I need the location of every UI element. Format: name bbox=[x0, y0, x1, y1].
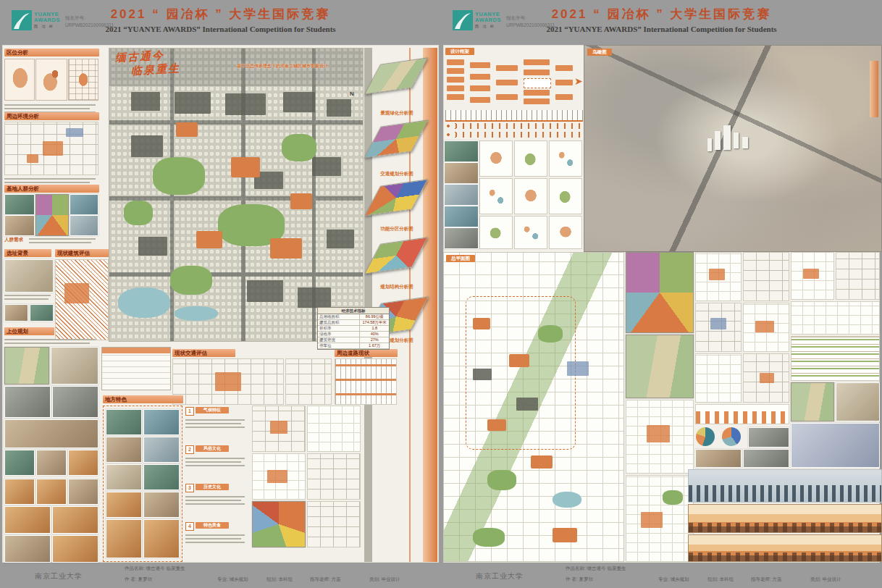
analysis-map-thumb bbox=[743, 353, 789, 403]
flow-box bbox=[496, 65, 518, 71]
flow-box-dashed bbox=[524, 78, 551, 88]
aerial-perspective-render: 鸟瞰图 bbox=[584, 45, 882, 252]
plan-block-blue bbox=[567, 361, 589, 376]
map-highlight bbox=[27, 154, 38, 163]
water-body bbox=[118, 287, 170, 318]
plan-water bbox=[553, 492, 581, 508]
flow-box bbox=[555, 65, 573, 71]
aerial-photo bbox=[4, 386, 51, 418]
building-block bbox=[247, 280, 283, 302]
competition-poster-board: YUANYE AWARDS 园 冶 杯 报名序号: URPWB202100006… bbox=[0, 0, 882, 588]
concept-diagram bbox=[549, 216, 582, 249]
flow-box bbox=[496, 94, 518, 100]
table-row: 停车位1.67万 bbox=[318, 343, 389, 349]
location-caption-lines bbox=[4, 102, 97, 113]
context-photo bbox=[695, 449, 742, 468]
plan-green bbox=[487, 470, 516, 490]
section-header-roads: 周边道路现状 bbox=[335, 349, 398, 357]
building-block bbox=[138, 237, 167, 256]
historic-block bbox=[176, 122, 198, 137]
park-green bbox=[282, 134, 316, 161]
province-location-map bbox=[35, 59, 67, 101]
building-quality-figure-ground bbox=[55, 259, 109, 340]
feature-text-lines bbox=[185, 455, 246, 466]
render-tower bbox=[742, 137, 748, 148]
sunset-render-strip bbox=[688, 534, 882, 562]
table-row: 绿地率40% bbox=[318, 332, 389, 337]
context-photo bbox=[444, 227, 479, 249]
quality-table-header bbox=[102, 348, 170, 353]
surroundings-map bbox=[4, 122, 98, 175]
analysis-map-thumb bbox=[252, 453, 306, 500]
section-header-surroundings: 周边环境分析 bbox=[4, 112, 99, 120]
china-location-map bbox=[4, 59, 35, 101]
map-highlight bbox=[43, 141, 63, 156]
park-green bbox=[153, 157, 205, 195]
historic-map-image bbox=[4, 259, 54, 293]
map-highlight bbox=[647, 425, 670, 442]
site-photo bbox=[68, 450, 98, 476]
feature-photo bbox=[143, 519, 180, 558]
building-block bbox=[131, 92, 160, 111]
model-render-thumb bbox=[791, 423, 880, 468]
university-name: 南京工业大学 bbox=[476, 571, 524, 581]
framework-flowchart: ➤ bbox=[445, 58, 584, 107]
advisor: 指导老师: 方遥 bbox=[310, 576, 341, 583]
feature-photo bbox=[106, 464, 142, 490]
food-photo bbox=[4, 506, 51, 534]
upper-plan-map bbox=[4, 347, 49, 385]
flow-box bbox=[447, 85, 464, 91]
food-photo bbox=[52, 535, 98, 563]
section-strip-stack bbox=[791, 336, 880, 381]
axon-label: 交通规划分析图 bbox=[362, 171, 432, 177]
needs-text-lines bbox=[29, 236, 97, 243]
plan-block bbox=[553, 528, 577, 542]
axon-label: 规划结构分析图 bbox=[362, 284, 432, 290]
food-photo bbox=[68, 479, 98, 505]
axon-render-thumb bbox=[836, 382, 880, 421]
context-photo bbox=[444, 184, 479, 206]
building-block bbox=[312, 157, 341, 176]
poster-title-cn: 2021 “ 园冶杯 ” 大学生国际竞赛 bbox=[441, 6, 882, 22]
landuse-thumbnail bbox=[35, 194, 69, 236]
feature-photo bbox=[106, 437, 142, 463]
park-green bbox=[170, 266, 212, 295]
analysis-map-thumb bbox=[307, 406, 361, 452]
food-photo bbox=[4, 479, 35, 505]
row-value: 40% bbox=[360, 332, 389, 337]
skyline-render-strip bbox=[688, 469, 882, 503]
flow-box bbox=[524, 59, 550, 65]
building-block bbox=[298, 287, 331, 308]
render-tower bbox=[734, 133, 739, 148]
flow-box bbox=[496, 80, 518, 85]
map-water bbox=[66, 128, 83, 137]
aerial-view-badge: 鸟瞰图 bbox=[587, 49, 612, 56]
feature-number: 4 bbox=[185, 522, 194, 531]
analysis-map-thumb bbox=[695, 353, 742, 403]
row-label: 绿地率 bbox=[318, 332, 360, 337]
project-subtitle-note: 基于活态传承理念下的济南古城区城市更新设计 bbox=[237, 63, 357, 70]
map-highlight bbox=[755, 321, 774, 332]
feature-text-lines bbox=[185, 494, 246, 505]
north-arrow-icon: N bbox=[350, 91, 354, 97]
analysis-map-thumb bbox=[695, 252, 742, 301]
feature-label: 特色美食 bbox=[196, 522, 229, 529]
context-photo bbox=[743, 449, 789, 468]
context-photo bbox=[444, 206, 479, 227]
historic-block bbox=[231, 157, 260, 177]
render-roads bbox=[584, 46, 881, 251]
analysis-map bbox=[626, 400, 694, 474]
category: 类别: 毕业设计 bbox=[369, 576, 400, 583]
building-block bbox=[175, 92, 211, 114]
section-header-building-eval: 现状建筑评估 bbox=[55, 249, 109, 257]
feature-text-lines bbox=[185, 417, 246, 428]
concept-diagram bbox=[479, 216, 513, 249]
site-plan-badge: 总平面图 bbox=[446, 255, 475, 262]
feature-photo bbox=[143, 464, 180, 490]
plan-block-dark bbox=[473, 369, 492, 380]
elevation-sketch-strip bbox=[445, 110, 583, 122]
detail-plan-render bbox=[626, 252, 694, 333]
analysis-map-thumb bbox=[252, 406, 306, 452]
context-photo bbox=[748, 427, 789, 448]
building-block bbox=[225, 93, 266, 115]
